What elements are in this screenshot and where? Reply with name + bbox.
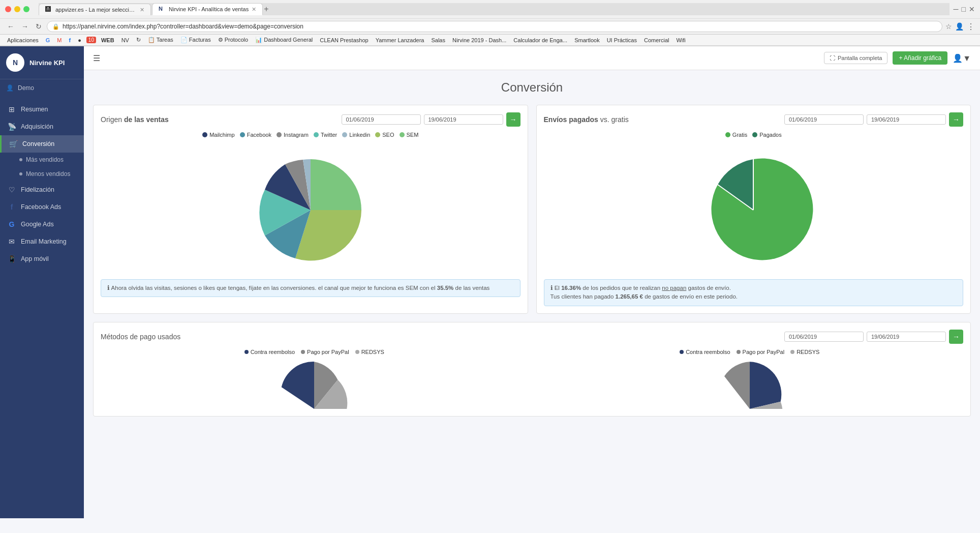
bookmark-aplicaciones[interactable]: Aplicaciones (5, 37, 41, 44)
sidebar-logo: N Nirvine KPI (0, 46, 84, 79)
chart3-date-start[interactable] (784, 332, 864, 342)
bookmark-web[interactable]: WEB (99, 37, 116, 44)
legend-instagram: Instagram (277, 132, 309, 138)
bookmark-calculador[interactable]: Calculador de Enga... (511, 37, 569, 44)
sidebar-item-app-movil[interactable]: 📱 App móvil (0, 250, 84, 268)
sidebar-item-adquisicion[interactable]: 📡 Adquisición (0, 118, 84, 135)
linkedin-label: Linkedin (349, 132, 370, 138)
sidebar-item-resumen[interactable]: ⊞ Resumen (0, 101, 84, 118)
bookmark-facturas[interactable]: 📄 Facturas (178, 36, 213, 44)
bookmark-salas[interactable]: Salas (429, 37, 447, 44)
chart2-title-bold: Envíos pagados (544, 115, 598, 124)
add-chart-button[interactable]: + Añadir gráfica (893, 51, 947, 65)
new-tab-button[interactable]: + (264, 5, 268, 14)
sidebar-item-menos-vendidos[interactable]: Menos vendidos (0, 167, 84, 181)
legend-redsys-left: REDSYS (355, 349, 384, 355)
browser-chrome: 🅰 appvizer.es - La mejor selección... ✕ … (0, 0, 980, 46)
instagram-label: Instagram (284, 132, 309, 138)
address-bar: ← → ↻ 🔒 https://panel.nirvine.com/index.… (0, 19, 980, 35)
app-name: Nirvine KPI (29, 59, 65, 67)
payment-chart-right: Contra reembolso Pago por PayPal REDSYS (536, 349, 964, 409)
bookmark-wifi[interactable]: Wifi (674, 37, 687, 44)
fullscreen-button[interactable]: ⛶ Pantalla completa (824, 52, 887, 64)
chart3-nav-button[interactable]: → (949, 330, 963, 344)
tab2-close[interactable]: ✕ (252, 6, 256, 13)
chart1-info-icon: ℹ (107, 285, 110, 291)
bookmark-circle[interactable]: ● (76, 37, 83, 44)
legend-contra-reembolso-left: Contra reembolso (244, 349, 295, 355)
window-restore-icon[interactable]: □ (962, 5, 966, 13)
window-minimize-icon[interactable]: ─ (954, 5, 959, 13)
payment-pie-right-svg (709, 358, 790, 409)
payment-legend-right: Contra reembolso Pago por PayPal REDSYS (680, 349, 819, 355)
user-name: Demo (18, 84, 34, 92)
back-btn[interactable]: ← (5, 21, 16, 32)
browser-tabs: 🅰 appvizer.es - La mejor selección... ✕ … (39, 3, 950, 15)
sidebar-item-conversion[interactable]: 🛒 Conversión (0, 135, 84, 153)
linkedin-dot (342, 132, 347, 137)
url-box[interactable]: 🔒 https://panel.nirvine.com/index.php?co… (47, 21, 942, 32)
legend-mailchimp: Mailchimp (202, 132, 235, 138)
menu-dots-icon[interactable]: ⋮ (967, 22, 975, 32)
sidebar-item-fidelizacion[interactable]: ♡ Fidelización (0, 181, 84, 198)
add-chart-label: + Añadir gráfica (899, 54, 941, 62)
contra-reembolso-left-dot (244, 350, 249, 354)
sidebar-item-email-marketing[interactable]: ✉ Email Marketing (0, 233, 84, 250)
sidebar-item-google-ads[interactable]: G Google Ads (0, 216, 84, 233)
profile-icon[interactable]: 👤 (955, 22, 964, 31)
bookmark-g[interactable]: G (44, 37, 52, 44)
hamburger-button[interactable]: ☰ (93, 53, 100, 63)
bookmark-gmail[interactable]: M (55, 37, 64, 44)
bookmark-tareas[interactable]: 📋 Tareas (146, 36, 175, 44)
gratis-label: Gratis (732, 132, 747, 138)
paypal-right-label: Pago por PayPal (743, 349, 785, 355)
browser-tab-2[interactable]: N Nirvine KPI - Analítica de ventas ✕ (152, 3, 263, 15)
browser-tab-1[interactable]: 🅰 appvizer.es - La mejor selección... ✕ (39, 4, 151, 15)
sidebar-item-mas-vendidos[interactable]: Más vendidos (0, 153, 84, 167)
window-min-btn[interactable] (14, 6, 20, 12)
bookmark-clean[interactable]: CLEAN Prestashop (318, 37, 370, 44)
tab1-label: appvizer.es - La mejor selección... (55, 7, 137, 13)
chart1-nav-button[interactable]: → (506, 112, 520, 127)
bookmark-10[interactable]: 10 (86, 37, 96, 43)
bookmark-dashboard[interactable]: 📊 Dashboard General (253, 36, 315, 44)
chart2-nav-button[interactable]: → (949, 112, 963, 127)
window-close-btn[interactable] (5, 6, 11, 12)
browser-titlebar: 🅰 appvizer.es - La mejor selección... ✕ … (0, 0, 980, 19)
reload-btn[interactable]: ↻ (34, 21, 44, 32)
bookmark-yammer[interactable]: Yammer Lanzadera (374, 37, 426, 44)
user-menu-button[interactable]: 👤▼ (953, 53, 971, 63)
window-max-btn[interactable] (23, 6, 29, 12)
bookmark-nirvine[interactable]: Nirvine 2019 - Dash... (450, 37, 508, 44)
seo-label: SEO (382, 132, 394, 138)
payment-pie-left-svg (273, 358, 355, 409)
tab1-close[interactable]: ✕ (140, 7, 144, 13)
app-container: N Nirvine KPI 👤 Demo ⊞ Resumen 📡 Adquisi… (0, 46, 980, 518)
sidebar-item-email-marketing-label: Email Marketing (21, 238, 67, 245)
header-right: ⛶ Pantalla completa + Añadir gráfica 👤▼ (824, 51, 971, 65)
legend-twitter: Twitter (314, 132, 337, 138)
chart3-title: Métodos de pago usados (101, 333, 180, 341)
resumen-icon: ⊞ (7, 105, 16, 113)
bookmark-star[interactable]: ☆ (945, 22, 952, 31)
chart2-date-start[interactable] (784, 114, 864, 125)
bookmark-ui[interactable]: UI Prácticas (605, 37, 639, 44)
window-x-icon[interactable]: ✕ (969, 5, 975, 13)
bookmark-comercial[interactable]: Comercial (642, 37, 671, 44)
chart1-date-start[interactable] (342, 114, 421, 125)
sidebar-item-menos-vendidos-label: Menos vendidos (26, 170, 70, 177)
sem-dot (400, 132, 405, 137)
sidebar-item-facebook-ads[interactable]: f Facebook Ads (0, 198, 84, 216)
chart2-date-end[interactable] (867, 114, 946, 125)
bookmark-fb[interactable]: f (67, 37, 73, 44)
chart2-pie-container (544, 144, 964, 279)
bookmark-smartlook[interactable]: Smartlook (572, 37, 602, 44)
chart1-date-end[interactable] (424, 114, 503, 125)
bookmark-arrow[interactable]: ↻ (134, 36, 143, 44)
chart3-date-end[interactable] (867, 332, 946, 342)
bookmark-nv[interactable]: NV (119, 37, 131, 44)
bookmark-protocolo[interactable]: ⚙ Protocolo (216, 36, 251, 44)
forward-btn[interactable]: → (19, 21, 30, 32)
url-text: https://panel.nirvine.com/index.php?cont… (63, 23, 303, 30)
legend-sem: SEM (400, 132, 419, 138)
